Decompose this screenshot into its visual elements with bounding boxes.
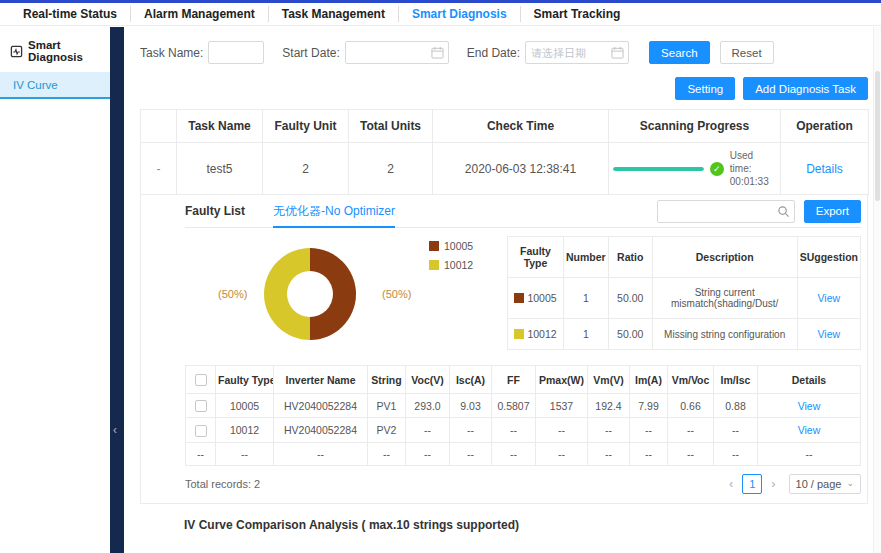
sidebar-collapse-strip: ‹: [110, 27, 124, 553]
cell: --: [492, 442, 536, 465]
header-pmax: Pmax(W): [536, 366, 588, 394]
sidebar-group-label: Smart Diagnosis: [28, 39, 104, 63]
header-im: Im(A): [630, 366, 668, 394]
row-checkbox[interactable]: [195, 425, 207, 437]
string-row: -- -- -- -- -- -- -- -- -- -- -- -- --: [186, 442, 861, 465]
cell: 10005: [216, 394, 274, 418]
header-check-time: Check Time: [433, 110, 609, 143]
vertical-scrollbar[interactable]: [873, 27, 881, 553]
end-date-field: [525, 41, 629, 64]
header-ratio: Ratio: [608, 237, 652, 278]
collapse-chevron-icon[interactable]: ‹: [113, 423, 117, 437]
legend-item: 10005: [429, 240, 473, 252]
legend-label: 10005: [444, 240, 473, 252]
scan-progress-bar: [613, 167, 704, 171]
chart-legend: 10005 10012: [429, 240, 473, 278]
header-im-isc: Im/Isc: [714, 366, 758, 394]
page-number-current[interactable]: 1: [742, 474, 762, 494]
task-row: - test5 2 2 2020-06-03 12:38:41 ✓ Used t…: [141, 143, 869, 195]
cell: --: [668, 442, 714, 465]
sidebar-group-smart-diagnosis[interactable]: Smart Diagnosis: [0, 27, 110, 72]
cell: --: [450, 418, 492, 442]
calendar-icon[interactable]: [431, 46, 444, 59]
cell: 1537: [536, 394, 588, 418]
nav-item-realtime-status[interactable]: Real-time Status: [10, 6, 130, 22]
summary-row: 10012 1 50.00 Missing string configurati…: [508, 319, 861, 350]
nav-item-smart-diagnosis[interactable]: Smart Diagnosis: [398, 6, 520, 22]
row-checkbox[interactable]: [195, 400, 207, 412]
export-button[interactable]: Export: [804, 200, 861, 223]
setting-button[interactable]: Setting: [675, 77, 735, 100]
row-collapse-toggle[interactable]: -: [157, 162, 161, 176]
cell: --: [668, 418, 714, 442]
cell-description: String current mismatch(shading/Dust/: [652, 278, 797, 319]
sidebar: Smart Diagnosis IV Curve: [0, 27, 110, 553]
faulty-type-donut: [264, 248, 356, 340]
header-vm-voc: Vm/Voc: [668, 366, 714, 394]
cell: 0.88: [714, 394, 758, 418]
add-diagnosis-task-button[interactable]: Add Diagnosis Task: [743, 77, 868, 100]
nav-item-alarm-management[interactable]: Alarm Management: [130, 6, 268, 22]
cell: 293.0: [406, 394, 450, 418]
cell: 10012: [216, 418, 274, 442]
details-link[interactable]: Details: [806, 162, 843, 176]
end-date-label: End Date:: [467, 46, 520, 60]
iv-section-title: IV Curve Comparison Analysis ( max.10 st…: [184, 518, 868, 532]
header-voc: Voc(V): [406, 366, 450, 394]
used-time-label: Used time:: [730, 149, 776, 175]
search-icon[interactable]: [777, 205, 790, 218]
faulty-search-box: [657, 200, 795, 223]
scrollbar-thumb[interactable]: [875, 71, 880, 201]
reset-button[interactable]: Reset: [720, 41, 774, 64]
cell: --: [588, 442, 630, 465]
cell-faulty-type: 10005: [527, 292, 556, 304]
cell: --: [714, 442, 758, 465]
suggestion-view-link[interactable]: View: [818, 328, 841, 340]
header-description: Description: [652, 237, 797, 278]
header-isc: Isc(A): [450, 366, 492, 394]
next-page-button[interactable]: ›: [766, 476, 780, 491]
cell-faulty-type: 10012: [527, 328, 556, 340]
prev-page-button[interactable]: ‹: [724, 476, 738, 491]
search-button[interactable]: Search: [649, 41, 709, 64]
nav-item-smart-tracking[interactable]: Smart Tracking: [520, 6, 634, 22]
cell: 192.4: [588, 394, 630, 418]
faulty-search-input[interactable]: [657, 200, 795, 223]
header-faulty-type: Faulty Type: [508, 237, 564, 278]
faulty-list-tab-bar: Faulty List 无优化器-No Optimizer Export: [185, 195, 861, 228]
cell-total-units: 2: [349, 143, 433, 195]
cell: --: [274, 442, 368, 465]
cell: --: [406, 442, 450, 465]
select-all-checkbox[interactable]: [195, 374, 207, 386]
cell: --: [630, 418, 668, 442]
nav-item-task-management[interactable]: Task Management: [268, 6, 398, 22]
cell-number: 1: [564, 278, 609, 319]
cell: --: [186, 442, 216, 465]
summary-row: 10005 1 50.00 String current mismatch(sh…: [508, 278, 861, 319]
header-number: Number: [564, 237, 609, 278]
page-size-select[interactable]: 10 / page ⌄: [789, 474, 861, 494]
faulty-list-label: Faulty List: [185, 204, 245, 218]
start-date-field: [345, 41, 449, 64]
calendar-icon[interactable]: [611, 46, 624, 59]
sidebar-item-label: IV Curve: [13, 79, 58, 91]
top-navigation: Real-time Status Alarm Management Task M…: [0, 3, 881, 26]
toolbar: Setting Add Diagnosis Task: [140, 77, 868, 100]
main-content: Task Name: Start Date: End Date: Search …: [124, 27, 881, 553]
task-name-input[interactable]: [208, 41, 264, 64]
filter-bar: Task Name: Start Date: End Date: Search …: [140, 41, 868, 64]
sidebar-item-iv-curve[interactable]: IV Curve: [0, 72, 110, 99]
cell: 9.03: [450, 394, 492, 418]
task-detail-panel: Faulty List 无优化器-No Optimizer Export (50…: [140, 195, 868, 504]
string-table-header-row: Faulty Type Inverter Name String Voc(V) …: [186, 366, 861, 394]
string-view-link[interactable]: View: [798, 400, 821, 412]
string-view-link[interactable]: View: [798, 424, 821, 436]
slice-percent-label: (50%): [382, 288, 411, 300]
tab-no-optimizer[interactable]: 无优化器-No Optimizer: [273, 195, 395, 228]
suggestion-view-link[interactable]: View: [818, 292, 841, 304]
cell-ratio: 50.00: [608, 319, 652, 350]
cell: PV1: [368, 394, 406, 418]
cell-faulty-unit: 2: [263, 143, 349, 195]
cell-check-time: 2020-06-03 12:38:41: [433, 143, 609, 195]
header-task-name: Task Name: [177, 110, 263, 143]
